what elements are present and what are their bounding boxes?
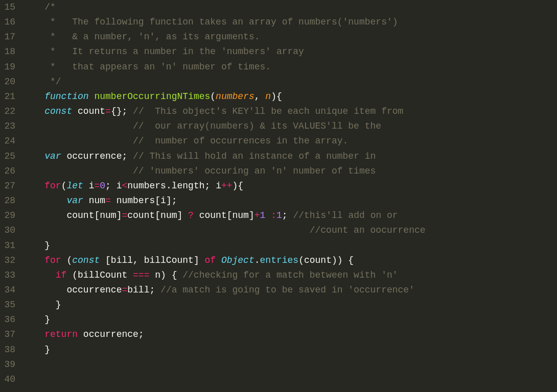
code-line[interactable]: * & a number, 'n', as its arguments. [22, 30, 557, 44]
code-line[interactable]: } [22, 238, 557, 253]
code-line[interactable]: */ [22, 75, 557, 89]
code-line[interactable]: // 'numbers' occuring an 'n' number of t… [22, 164, 557, 179]
code-token: //this'll add on or [293, 210, 398, 220]
code-token [22, 210, 66, 220]
code-line[interactable] [22, 357, 557, 372]
code-line[interactable]: //count an oocurrence [22, 223, 557, 238]
code-token [22, 151, 44, 161]
code-token: ( [210, 91, 216, 102]
code-token: var [44, 151, 61, 161]
code-token: ; i [105, 181, 122, 191]
code-token [265, 210, 271, 220]
code-token [61, 151, 67, 161]
code-line[interactable]: return occurrence; [22, 327, 557, 342]
code-token: bill; [127, 285, 160, 295]
code-token [22, 62, 44, 72]
code-token: num [83, 195, 105, 206]
code-line[interactable]: } [22, 298, 557, 312]
code-token: count[num] [127, 210, 188, 220]
code-token: * It returns a number in the 'numbers' a… [44, 46, 304, 57]
code-token [22, 225, 310, 235]
line-number: 28 [4, 193, 15, 208]
code-token: } [44, 240, 50, 251]
code-line[interactable]: } [22, 342, 557, 357]
line-number: 35 [4, 298, 15, 312]
code-token: entries [260, 255, 299, 265]
code-line[interactable]: occurrence=bill; //a match is going to b… [22, 283, 557, 298]
code-line[interactable]: // our array(numbers) & its VALUES'll be… [22, 119, 557, 134]
code-line[interactable]: * that appears an 'n' number of times. [22, 60, 557, 75]
code-token: 1 [260, 210, 266, 220]
code-token: [bill, billCount] [100, 255, 204, 265]
code-editor[interactable]: 1516171819202122232425262728293031323334… [0, 0, 557, 392]
code-token: /* [44, 2, 56, 12]
code-token: numberOccurringNTimes [94, 91, 210, 102]
code-line[interactable]: for (const [bill, billCount] of Object.e… [22, 253, 557, 268]
line-number: 29 [4, 208, 15, 223]
line-number: 24 [4, 134, 15, 149]
code-token: . [254, 255, 260, 265]
code-token: ; [122, 151, 133, 161]
code-token: * that appears an 'n' number of times. [44, 62, 271, 72]
line-number: 31 [4, 238, 15, 253]
code-token [22, 2, 44, 12]
code-token [22, 77, 44, 87]
code-token: var [66, 195, 83, 206]
code-line[interactable]: const count={}; // This object's KEY'll … [22, 104, 557, 119]
code-token [22, 46, 44, 57]
code-line[interactable]: /* [22, 0, 557, 15]
code-line[interactable]: // number of occurrences in the array. [22, 134, 557, 149]
code-token: ; [282, 210, 293, 220]
line-number: 39 [4, 357, 15, 372]
code-token: } [56, 300, 61, 310]
code-line[interactable] [22, 372, 557, 387]
code-token: //count an oocurrence [310, 225, 426, 235]
code-token [22, 17, 44, 27]
code-line[interactable]: var occurrence; // This will hold an ins… [22, 149, 557, 164]
code-token: for [44, 181, 61, 191]
code-token [72, 106, 78, 116]
code-line[interactable]: * It returns a number in the 'numbers' a… [22, 44, 557, 59]
code-token [22, 345, 44, 355]
code-token: {}; [111, 106, 133, 116]
code-token: count [78, 106, 105, 116]
code-line[interactable]: var num= numbers[i]; [22, 193, 557, 208]
code-token: // our array(numbers) & its VALUES'll be… [133, 121, 381, 131]
code-token [22, 166, 133, 176]
code-token: (count)) { [298, 255, 354, 265]
line-number: 36 [4, 312, 15, 327]
code-token: n [265, 91, 271, 102]
code-token: : [271, 210, 276, 220]
code-token: */ [44, 77, 61, 87]
code-token: = [122, 210, 127, 220]
code-token [22, 121, 133, 131]
line-number: 22 [4, 104, 15, 119]
code-token [22, 374, 28, 384]
code-token [22, 314, 44, 325]
code-area[interactable]: /* * The following function takes an arr… [22, 0, 557, 392]
line-number: 30 [4, 223, 15, 238]
code-line[interactable]: if (billCount === n) { //checking for a … [22, 268, 557, 283]
code-token: , [254, 91, 266, 102]
code-token: = [122, 285, 127, 295]
code-line[interactable]: for(let i=0; i<numbers.length; i++){ [22, 179, 557, 193]
code-token [22, 300, 56, 310]
code-line[interactable]: count[num]=count[num] ? count[num]+1 :1;… [22, 208, 557, 223]
line-number: 19 [4, 60, 15, 75]
code-token: if [56, 270, 67, 280]
code-line[interactable]: function numberOccurringNTimes(numbers, … [22, 89, 557, 104]
code-token: numbers.length; i [127, 181, 221, 191]
code-token: for [44, 255, 61, 265]
code-line[interactable]: * The following function takes an array … [22, 15, 557, 30]
line-number: 26 [4, 164, 15, 179]
code-token: const [72, 255, 100, 265]
code-token: ? [188, 210, 194, 220]
code-token [216, 255, 221, 265]
code-token [22, 181, 44, 191]
code-token: = [105, 195, 111, 206]
code-token: // This object's KEY'll be each unique i… [133, 106, 403, 116]
code-line[interactable]: } [22, 312, 557, 327]
line-number: 27 [4, 179, 15, 193]
code-token: numbers[i]; [111, 195, 177, 206]
code-token [22, 136, 133, 146]
